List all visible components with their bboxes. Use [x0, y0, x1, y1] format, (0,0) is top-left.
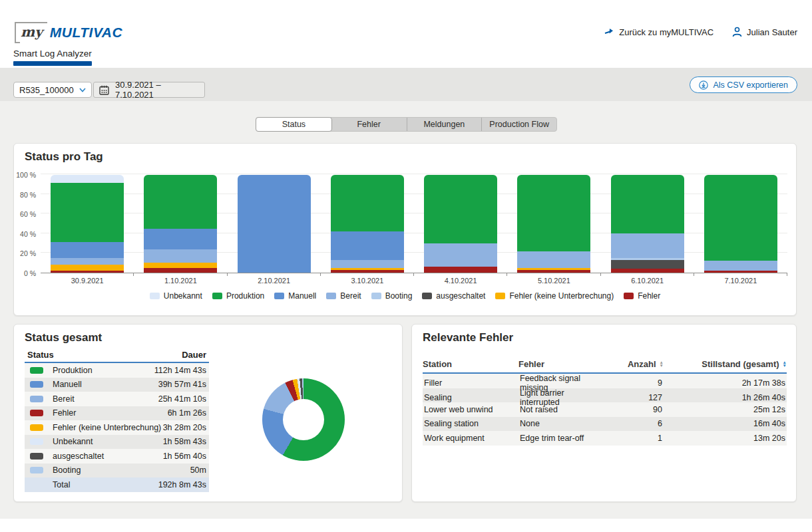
- status-row-produktion: Produktion112h 14m 43s: [25, 363, 209, 378]
- error-count: 1: [602, 434, 662, 443]
- bar-segment-fehler-(keine-unterbrechung): [144, 263, 217, 267]
- total-label: Total: [53, 480, 158, 489]
- bar-segment-manuell: [51, 242, 124, 258]
- x-tick-label: 1.10.2021: [134, 277, 227, 285]
- bar-segment-produktion: [611, 175, 684, 233]
- column-header-label: Station: [423, 359, 452, 369]
- status-label: Fehler: [53, 408, 168, 418]
- user-menu[interactable]: Julian Sauter: [732, 27, 797, 37]
- column-header-anzahl[interactable]: Anzahl▲▼: [604, 359, 664, 369]
- bar-segment-fehler: [144, 268, 217, 273]
- user-icon: [732, 27, 742, 37]
- status-row-fehler: Fehler6h 1m 26s: [25, 406, 209, 421]
- legend-item-produktion[interactable]: Produktion: [212, 291, 264, 301]
- status-duration: 3h 28m 20s: [163, 423, 206, 432]
- bar-segment-bereit: [517, 251, 590, 268]
- error-row-sealing: SealingLight barrier interrupted1271h 26…: [423, 388, 787, 403]
- y-tick-label: 40 %: [20, 230, 36, 238]
- stacked-bar-1.10.2021: [144, 175, 217, 273]
- legend-label: Manuell: [288, 291, 316, 301]
- x-axis-labels: 30.9.20211.10.20212.10.20213.10.20214.10…: [41, 277, 787, 285]
- error-count: 6: [602, 419, 662, 428]
- date-range-input[interactable]: 30.9.2021 – 7.10.2021: [93, 82, 205, 98]
- x-tick-label: 3.10.2021: [321, 277, 414, 285]
- error-row-sealing-station: Sealing stationNone616m 40s: [423, 417, 787, 432]
- column-header-label: Anzahl: [628, 359, 656, 369]
- tab-fehler[interactable]: Fehler: [331, 118, 407, 131]
- tab-production-flow[interactable]: Production Flow: [481, 118, 556, 131]
- stacked-bar-6.10.2021: [611, 175, 684, 273]
- legend-item-booting[interactable]: Booting: [371, 291, 413, 301]
- status-swatch: [30, 424, 43, 431]
- bar-segment-bereit: [144, 249, 217, 263]
- error-row-work-equipment: Work equipmentEdge trim tear-off113m 20s: [423, 431, 787, 446]
- status-donut-chart: [262, 378, 345, 461]
- status-total-card: Status gesamt Status Dauer Produktion112…: [13, 324, 403, 502]
- y-tick-label: 0 %: [24, 269, 36, 277]
- bar-segment-fehler-(keine-unterbrechung): [51, 265, 124, 271]
- status-duration: 39h 57m 41s: [158, 380, 206, 389]
- status-swatch: [30, 396, 43, 402]
- bar-segment-bereit: [704, 261, 777, 271]
- bar-segment-manuell: [144, 229, 217, 249]
- machine-select[interactable]: R535_100000: [13, 82, 92, 98]
- x-tick-label: 30.9.2021: [41, 277, 134, 285]
- error-downtime: 25m 12s: [662, 405, 785, 414]
- date-range-value: 30.9.2021 – 7.10.2021: [115, 80, 199, 100]
- error-station: Sealing station: [424, 419, 520, 428]
- legend-item-ausgeschaltet[interactable]: ausgeschaltet: [422, 291, 485, 301]
- error-error: Light barrier interrupted: [520, 388, 602, 407]
- stacked-bar-2.10.2021: [238, 175, 311, 273]
- status-label: Fehler (keine Unterbrechung): [53, 423, 163, 432]
- tab-status[interactable]: Status: [256, 117, 332, 132]
- legend-swatch: [495, 293, 505, 299]
- status-per-day-card: Status pro Tag 0 %20 %40 %60 %80 %100 % …: [13, 143, 797, 316]
- column-header-fehler: Fehler: [518, 359, 604, 369]
- legend-swatch: [371, 293, 381, 299]
- logo-my-text: my: [21, 24, 43, 40]
- sort-icon[interactable]: ▲▼: [783, 361, 787, 367]
- app-tab-smart-log-analyzer[interactable]: Smart Log Analyzer: [13, 49, 92, 59]
- status-swatch: [30, 438, 43, 445]
- bar-slot: [694, 175, 787, 273]
- donut-hole: [283, 399, 324, 440]
- gridline: [41, 174, 787, 174]
- legend-label: Bereit: [340, 291, 361, 301]
- legend-item-bereit[interactable]: Bereit: [326, 291, 361, 301]
- app-header: my MULTIVAC Zurück zu myMULTIVAC Julian …: [0, 0, 812, 68]
- status-total-row: Total192h 8m 43s: [25, 477, 209, 492]
- status-total-table: Status Dauer Produktion112h 14m 43sManue…: [25, 348, 209, 492]
- status-swatch: [30, 410, 43, 416]
- column-header-dauer: Dauer: [182, 350, 206, 360]
- column-header-label: Stillstand (gesamt): [702, 359, 779, 369]
- status-swatch: [30, 453, 43, 460]
- status-label: Bereit: [53, 394, 158, 404]
- column-header-stillstand-gesamt-[interactable]: Stillstand (gesamt)▲▼: [664, 359, 787, 369]
- status-duration: 25h 41m 10s: [158, 394, 206, 404]
- status-swatch: [30, 381, 43, 388]
- app-tab-underline: [13, 61, 92, 66]
- status-label: ausgeschaltet: [53, 452, 163, 461]
- legend-item-manuell[interactable]: Manuell: [274, 291, 316, 301]
- status-duration: 6h 1m 26s: [168, 408, 206, 418]
- status-swatch: [30, 367, 43, 374]
- error-row-lower-web-unwind: Lower web unwindNot raised9025m 12s: [423, 402, 787, 417]
- status-duration: 1h 56m 40s: [163, 452, 206, 461]
- error-error: Not raised: [520, 405, 602, 414]
- total-duration: 192h 8m 43s: [158, 480, 206, 489]
- legend-item-fehler[interactable]: Fehler: [624, 291, 660, 301]
- back-to-mymultivac-link[interactable]: Zurück zu myMULTIVAC: [604, 27, 713, 37]
- x-tick-label: 6.10.2021: [601, 277, 694, 285]
- tab-meldungen[interactable]: Meldungen: [407, 118, 482, 131]
- relevant-errors-card: Relevante Fehler StationFehlerAnzahl▲▼St…: [411, 324, 797, 502]
- legend-item-fehler-(keine-unterbrechung)[interactable]: Fehler (keine Unterbrechung): [495, 291, 614, 301]
- export-csv-button[interactable]: Als CSV exportieren: [690, 76, 797, 93]
- y-tick-label: 20 %: [20, 249, 36, 257]
- y-tick-label: 60 %: [20, 210, 36, 218]
- bar-segment-produktion: [51, 183, 124, 243]
- y-tick-label: 80 %: [20, 191, 36, 199]
- stacked-bar-chart: [41, 175, 787, 273]
- status-label: Unbekannt: [53, 437, 163, 446]
- legend-item-unbekannt[interactable]: Unbekannt: [150, 291, 202, 301]
- legend-swatch: [624, 293, 634, 299]
